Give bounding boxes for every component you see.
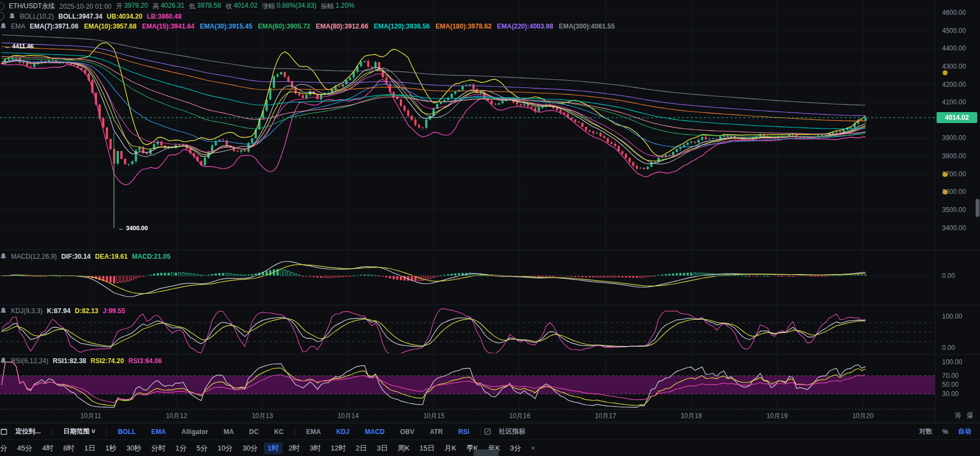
- timeframe-分时-button[interactable]: 分时: [147, 442, 169, 454]
- alert-bell-icon[interactable]: [9, 13, 15, 20]
- date-axis-label: 10月17: [595, 411, 616, 421]
- ema-legend-value: EMA(15):3941.64: [142, 23, 194, 30]
- mini-toggle-group: 筹 爆: [955, 411, 973, 420]
- timeframe-30秒-button[interactable]: 30秒: [123, 442, 145, 454]
- date-axis-label: 10月11: [80, 411, 101, 421]
- kdj-d-value: D:82.13: [75, 307, 98, 315]
- alert-bell-icon[interactable]: [0, 253, 7, 260]
- ema-legend-value: EMA(7):3971.06: [30, 23, 79, 30]
- indicator-kc-button[interactable]: KC: [266, 428, 291, 436]
- chips-distribution-button[interactable]: 筹: [955, 411, 961, 420]
- percent-scale-button[interactable]: %: [942, 428, 948, 436]
- timeframe-周K-button[interactable]: 周K: [394, 442, 414, 454]
- date-range-button[interactable]: 日期范围 ˅: [56, 427, 103, 436]
- price-axis[interactable]: 4014.02 4600.004500.004400.004300.004200…: [935, 0, 980, 422]
- timeframe-2时-button[interactable]: 2时: [285, 442, 304, 454]
- community-edit-icon: [484, 428, 491, 435]
- timeframe-1日-button[interactable]: 1日: [80, 442, 99, 454]
- sub-indicator-atr-button[interactable]: ATR: [422, 428, 450, 436]
- candle-datetime: 2025-10-20 01:00: [59, 3, 112, 10]
- alert-bell-icon[interactable]: [0, 357, 7, 364]
- boll-name: BOLL(10,2): [20, 13, 54, 20]
- kdj-panel: [0, 309, 935, 355]
- timeframe-月K-button[interactable]: 月K: [441, 442, 460, 454]
- timeframe-1时-button[interactable]: 1时: [264, 442, 283, 454]
- sub-indicator-kdj-button[interactable]: KDJ: [328, 428, 357, 436]
- sub-indicator-rsi-button[interactable]: RSI: [450, 428, 477, 436]
- price-axis-label: 4200.00: [942, 81, 966, 88]
- close-value: 4014.02: [234, 2, 257, 11]
- timeframe-45分-button[interactable]: 45分: [13, 442, 36, 454]
- low-price-marker: ← 3400.00: [118, 225, 148, 231]
- locate-to-button[interactable]: 定位到...: [8, 427, 48, 436]
- ema-legend-value: EMA(120):3936.56: [374, 23, 430, 30]
- timeframe-2日-button[interactable]: 2日: [352, 442, 371, 454]
- indicator-ema-button[interactable]: EMA: [144, 428, 174, 436]
- price-axis-label: 4400.00: [942, 45, 966, 52]
- main-indicator-group: BOLLEMAAlligatorMADCKC: [110, 428, 291, 436]
- kdj-k-value: K:87.94: [47, 307, 70, 315]
- price-axis-label: 4500.00: [942, 27, 966, 35]
- open-label: 开: [116, 2, 123, 11]
- high-label: 高: [152, 2, 159, 11]
- trading-chart-app: ETH/USDT永续 2025-10-20 01:00 开3979.20 高40…: [0, 0, 980, 456]
- date-axis-label: 10月13: [252, 411, 273, 421]
- timeframe-1分-button[interactable]: 1分: [172, 442, 190, 454]
- price-axis-label: 3500.00: [942, 206, 966, 214]
- indicator-dc-button[interactable]: DC: [241, 428, 266, 436]
- collapse-icon[interactable]: [0, 12, 4, 20]
- timeframe-close-button[interactable]: ×: [527, 443, 539, 453]
- timeframe-15日-button[interactable]: 15日: [416, 442, 438, 454]
- ema-legend-value: EMA(80):3912.66: [316, 23, 368, 30]
- alert-dot[interactable]: [943, 172, 948, 177]
- open-value: 3979.20: [124, 2, 148, 11]
- collapse-icon[interactable]: [0, 2, 4, 10]
- timeframe-3日-button[interactable]: 3日: [373, 442, 392, 454]
- timeframe-3时-button[interactable]: 3时: [306, 442, 324, 454]
- timeframe-10分-button[interactable]: 10分: [214, 442, 236, 454]
- rsi-axis-label: 100.00: [942, 358, 962, 366]
- indicator-ma-button[interactable]: MA: [216, 428, 241, 436]
- ema-name: EMA: [11, 23, 25, 30]
- alert-dot[interactable]: [943, 190, 948, 194]
- change-value: 0.88%(34.83): [277, 2, 316, 11]
- alert-dot[interactable]: [943, 70, 948, 75]
- close-label: 收: [225, 2, 232, 11]
- timeframe-8时-button[interactable]: 8时: [59, 442, 78, 454]
- ema-legend-value: EMA(180):3978.62: [436, 23, 492, 30]
- timeframe-1秒-button[interactable]: 1秒: [101, 442, 120, 454]
- sub-indicator-ema-button[interactable]: EMA: [299, 428, 329, 436]
- alert-bell-icon[interactable]: [0, 307, 7, 314]
- timeframe-12时-button[interactable]: 12时: [327, 442, 349, 454]
- sub-indicator-macd-button[interactable]: MACD: [357, 428, 392, 436]
- community-indicators-button[interactable]: 社区指标: [491, 427, 533, 436]
- liquidation-button[interactable]: 爆: [967, 411, 973, 420]
- drawer-handle[interactable]: [474, 449, 499, 456]
- auto-scale-button[interactable]: 自动: [958, 427, 971, 436]
- indicator-boll-button[interactable]: BOLL: [110, 428, 144, 436]
- log-scale-button[interactable]: 对数: [919, 427, 932, 436]
- rsi-axis-label: 50.00: [942, 381, 959, 388]
- last-price-badge: 4014.02: [937, 112, 977, 123]
- low-value: 3978.58: [197, 2, 221, 11]
- indicator-alligator-button[interactable]: Alligator: [174, 428, 216, 436]
- date-axis-label: 10月15: [423, 411, 445, 421]
- alert-bell-icon[interactable]: [0, 23, 7, 30]
- kdj-axis-label: 100.00: [942, 313, 962, 320]
- change-label: 涨幅: [262, 2, 275, 11]
- boll-lb-value: LB:3860.48: [147, 13, 181, 20]
- date-axis-label: 10月16: [509, 411, 531, 421]
- timeframe-5分-button[interactable]: 5分: [192, 442, 211, 454]
- ema-legend-value: EMA(60):3905.72: [258, 23, 310, 30]
- date-axis[interactable]: 10月1110月1210月1310月1410月1510月1610月1710月18…: [0, 409, 935, 422]
- timeframe-4时-button[interactable]: 4时: [38, 442, 57, 454]
- rsi-panel: [0, 362, 935, 408]
- price-axis-label: 4100.00: [942, 98, 966, 106]
- timeframe-5分-button[interactable]: 5分: [0, 442, 11, 454]
- vertical-scrollbar-thumb[interactable]: [976, 199, 979, 217]
- timeframe-30分-button[interactable]: 30分: [239, 442, 261, 454]
- sub-indicator-obv-button[interactable]: OBV: [392, 428, 422, 436]
- timeframe-3分-button[interactable]: 3分: [506, 442, 525, 454]
- locate-icon: [1, 428, 8, 435]
- high-price-marker: ← 4411.46: [4, 43, 34, 49]
